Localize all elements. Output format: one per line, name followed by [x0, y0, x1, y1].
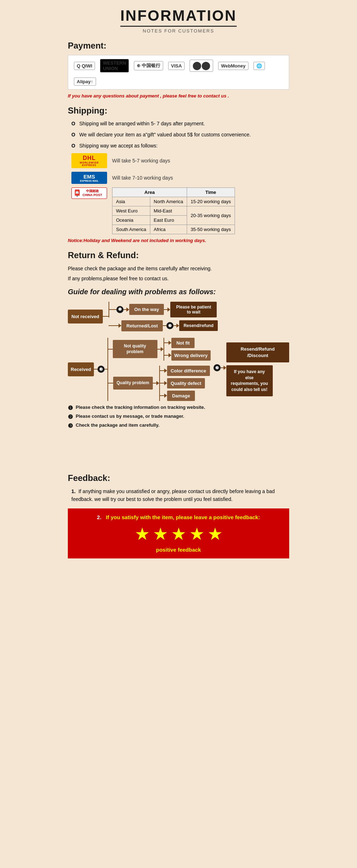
nq-sub-branches: Not fit Wrong delivery	[164, 338, 211, 361]
table-header-time: Time	[187, 188, 235, 197]
star-2: ★	[153, 524, 168, 544]
color-diff-box: Color difference	[167, 366, 210, 376]
resend-refund-discount-box: Resend/Refund /Discount	[226, 342, 289, 362]
guide-title: Guide for dealing with problems as follo…	[68, 288, 289, 296]
not-received-flow: Not received ❶ On the way	[68, 302, 289, 331]
star-4: ★	[189, 524, 205, 544]
page-header: INFORMATION NOTES FOR CUSTOMERS	[68, 7, 289, 34]
dhl-time: Will take 5-7 working days	[112, 158, 170, 164]
payment-section: Payment: Q QIWI WESTERNUNION ⊕ 中国银行 VISA…	[68, 41, 289, 99]
ems-row: EMS EXPRESS MAIL Will take 7-10 working …	[71, 172, 289, 184]
not-quality-box: Not quality problem	[113, 340, 157, 358]
dhl-row: DHL WORLDWIDE EXPRESS Will take 5-7 work…	[71, 153, 289, 168]
recv-arrow-col: ❷	[211, 338, 226, 401]
note3-icon: ❸	[68, 422, 73, 429]
feedback-positive-block: 2. If you satisfy with the item, please …	[68, 508, 289, 558]
table-cell: East Euro	[150, 216, 187, 225]
positive-label: positive feedback	[75, 547, 282, 553]
flow-note-1: ❶ Please check the tracking information …	[68, 405, 289, 411]
if-else-box: If you have any else requirements, you c…	[226, 365, 273, 396]
nr-branch-top: ❶ On the way Please be patient to wait	[109, 302, 218, 317]
note3-text: Check the package and item carefully.	[76, 422, 160, 428]
nr-branch-lines: ❶ On the way Please be patient to wait	[109, 302, 218, 331]
recv-circle2-row: ❷	[213, 364, 226, 371]
refund-section: Return & Refund: Please check the packag…	[68, 250, 289, 466]
stars-row: ★ ★ ★ ★ ★	[75, 524, 282, 544]
wrong-delivery-box: Wrong delivery	[171, 350, 211, 361]
table-cell: 15-20 working days	[187, 197, 235, 206]
circle-2-nr: ❷	[166, 322, 174, 329]
dhl-badge: DHL WORLDWIDE EXPRESS	[71, 153, 107, 168]
note2-icon: ❷	[68, 413, 73, 420]
recv-results: Resend/Refund /Discount If you have any …	[226, 338, 289, 401]
received-flow: Received ❸ Not quality problem	[68, 338, 289, 401]
bank-logo: ⊕ 中国银行	[134, 61, 163, 70]
circle-1-nr: ❶	[116, 306, 124, 313]
chinapost-row: 📮 中国邮政CHINA POST Area Time Asia North Am…	[71, 187, 289, 234]
table-cell: 35-50 working days	[187, 225, 235, 234]
payment-note: If you have any questions about payment …	[68, 93, 289, 99]
quality-problem-box: Quality problem	[113, 377, 153, 390]
table-cell: North America	[150, 197, 187, 206]
note1-text: Please check the tracking information on…	[76, 405, 205, 410]
circle-3: ❸	[97, 366, 105, 373]
flow-note-2: ❷ Please contact us by message, or trade…	[68, 413, 289, 420]
shipping-bullets: Shipping will be arranged within 5- 7 da…	[68, 120, 289, 150]
shipping-bullet-2: We will declare your item as a"gift" val…	[71, 131, 289, 139]
resend-refund-box: Resend/refund	[179, 320, 218, 331]
webmoney-logo: WebMoney	[218, 62, 248, 70]
globe-icon: 🌐	[253, 62, 265, 70]
dhl-subtext: WORLDWIDE EXPRESS	[74, 161, 104, 166]
not-fit-box: Not fit	[171, 338, 195, 348]
table-row: West Euro Mid-East 20-35 working days	[112, 206, 235, 216]
circle-2-recv: ❷	[213, 364, 221, 371]
refund-title: Return & Refund:	[68, 250, 289, 260]
feedback-positive-text: 2. If you satisfy with the item, please …	[75, 514, 282, 520]
feedback-title: Feedback:	[68, 473, 289, 483]
q-sub-branches: Color difference Quality defect Damage	[159, 366, 210, 401]
note1-icon: ❶	[68, 405, 73, 411]
qiwi-logo: Q QIWI	[74, 62, 95, 70]
damage-branch: Damage	[160, 391, 210, 401]
quality-defect-branch: Quality defect	[160, 378, 210, 388]
table-header-area: Area	[112, 188, 187, 197]
received-start: Received	[68, 338, 94, 401]
feedback-section: Feedback: If anything make you unsatisfi…	[68, 473, 289, 558]
refund-text1: Please check the package and the items c…	[68, 265, 289, 272]
payment-logos: Q QIWI WESTERNUNION ⊕ 中国银行 VISA ⬤⬤ WebMo…	[68, 55, 289, 90]
damage-box: Damage	[167, 391, 195, 401]
recv-line1	[94, 369, 97, 370]
payment-title: Payment:	[68, 41, 289, 51]
recv-main-branches: Not quality problem Not fit W	[107, 338, 211, 401]
chinapost-icon: 📮	[73, 189, 81, 197]
table-cell: Oceania	[112, 216, 150, 225]
on-the-way-box: On the way	[129, 304, 164, 315]
table-cell: West Euro	[112, 206, 150, 216]
flow-diagram: Not received ❶ On the way	[68, 302, 289, 466]
flow-notes: ❶ Please check the tracking information …	[68, 405, 289, 429]
visa-logo: VISA	[168, 62, 185, 70]
alipay-logo: Alipay↑	[74, 77, 96, 86]
shipping-bullet-1: Shipping will be arranged within 5- 7 da…	[71, 120, 289, 127]
star-5: ★	[207, 524, 223, 544]
quality-defect-box: Quality defect	[167, 378, 205, 388]
mastercard-logo: ⬤⬤	[190, 60, 213, 72]
nr-top-row: ❶ On the way Please be patient to wait	[109, 302, 217, 317]
quality-branch: Quality problem Color difference	[108, 366, 211, 401]
chinapost-badge: 📮 中国邮政CHINA POST	[71, 187, 107, 199]
shipping-methods: DHL WORLDWIDE EXPRESS Will take 5-7 work…	[71, 153, 289, 234]
recv-line2	[105, 369, 107, 370]
chinapost-text: 中国邮政CHINA POST	[82, 189, 102, 197]
table-cell: 20-35 working days	[187, 206, 235, 225]
table-row: South America Africa 35-50 working days	[112, 225, 235, 234]
not-quality-branch: Not quality problem Not fit W	[108, 338, 211, 361]
shipping-title: Shipping:	[68, 106, 289, 116]
table-row: Asia North America 15-20 working days	[112, 197, 235, 206]
shipping-bullet-3: Shipping way we accept as follows:	[71, 142, 289, 150]
feedback-list: If anything make you unsatisfied or angr…	[68, 487, 289, 503]
table-cell: Africa	[150, 225, 187, 234]
shipping-notice: Notice:Holiday and Weekend are not inclu…	[68, 238, 289, 243]
nr-branch-bottom: Returned/Lost ❷ Resend/refund	[109, 320, 218, 331]
star-1: ★	[135, 524, 150, 544]
refund-text2: If any problems,please feel free to cont…	[68, 275, 289, 282]
